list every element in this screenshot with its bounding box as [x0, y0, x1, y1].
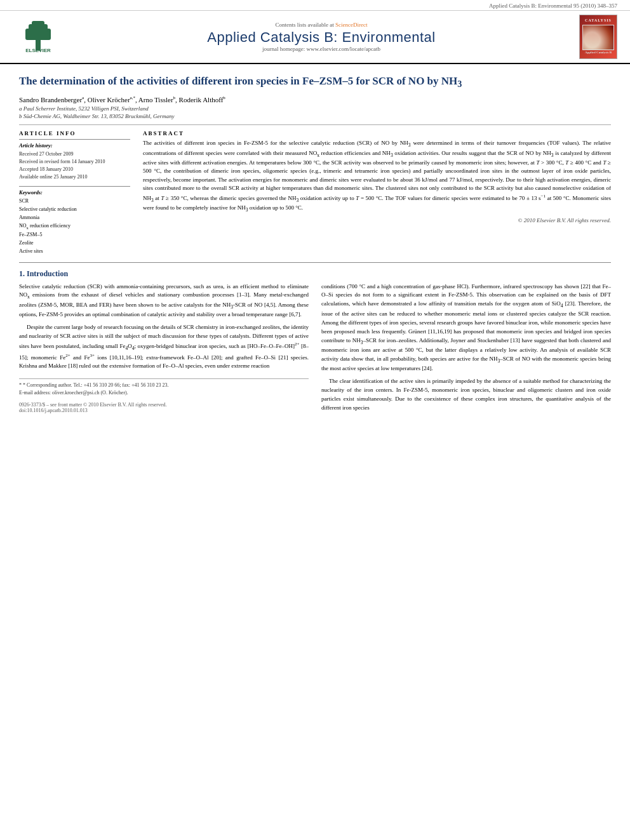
journal-center: Contents lists available at ScienceDirec… [70, 22, 573, 52]
abstract-heading: ABSTRACT [143, 130, 611, 137]
journal-info-bottom: 0926-3373/$ – see front matter © 2010 El… [19, 402, 309, 413]
author-2: Oliver Kröcher [88, 95, 130, 103]
journal-title: Applied Catalysis B: Environmental [70, 29, 573, 46]
contents-line: Contents lists available at ScienceDirec… [70, 22, 573, 28]
intro-left-text: Selective catalytic reduction (SCR) with… [19, 283, 309, 371]
footnote-area: * * Corresponding author. Tel.: +41 56 3… [19, 378, 309, 397]
keyword-2: Selective catalytic reduction [19, 206, 130, 214]
svg-text:ELSEVIER: ELSEVIER [25, 48, 51, 53]
article-info-heading: ARTICLE INFO [19, 130, 130, 137]
abstract-text: The activities of different iron species… [143, 139, 611, 213]
available-date: Available online 25 January 2010 [19, 173, 130, 181]
author-1: Sandro Brandenberger [19, 95, 82, 103]
journal-issn: 0926-3373/$ – see front matter © 2010 El… [19, 402, 309, 408]
citation-bar: Applied Catalysis B: Environmental 95 (2… [0, 0, 630, 11]
paper-title: The determination of the activities of d… [19, 74, 611, 90]
journal-homepage: journal homepage: www.elsevier.com/locat… [70, 46, 573, 52]
intro-right-text: conditions (700 °C and a high concentrat… [321, 283, 611, 413]
cover-text: CATALYSIS Applied Catalysis B [581, 17, 615, 56]
affil-2: b Süd-Chemie AG, Waldheimer Str. 13, 830… [19, 113, 611, 119]
keyword-1: SCR [19, 197, 130, 206]
intro-left-col: Selective catalytic reduction (SCR) with… [19, 283, 309, 417]
keyword-5: Fe–ZSM–5 [19, 231, 130, 239]
author-4: Roderik Althoff [179, 95, 224, 103]
info-abstract-columns: ARTICLE INFO Article history: Received 2… [19, 130, 611, 255]
author-3: Arno Tissler [138, 95, 173, 103]
sciencedirect-link[interactable]: ScienceDirect [335, 22, 367, 28]
article-info-column: ARTICLE INFO Article history: Received 2… [19, 130, 130, 255]
intro-columns: Selective catalytic reduction (SCR) with… [19, 283, 611, 417]
affil-1: a Paul Scherrer Institute, 5232 Villigen… [19, 105, 611, 112]
journal-header: ELSEVIER Contents lists available at Sci… [0, 11, 630, 64]
history-label: Article history: [19, 142, 130, 149]
elsevier-logo: ELSEVIER [13, 19, 64, 55]
keyword-4: NOx reduction efficiency [19, 222, 130, 231]
keyword-7: Active sites [19, 248, 130, 256]
article-history-block: Article history: Received 27 October 200… [19, 139, 130, 181]
citation-text: Applied Catalysis B: Environmental 95 (2… [489, 3, 617, 9]
svg-rect-4 [32, 21, 44, 27]
received-date: Received 27 October 2009 [19, 150, 130, 158]
abstract-column: ABSTRACT The activities of different iro… [143, 130, 611, 255]
revised-date: Received in revised form 14 January 2010 [19, 158, 130, 166]
keywords-label: Keywords: [19, 189, 130, 196]
keyword-6: Zeolite [19, 239, 130, 248]
section-divider [19, 262, 611, 263]
doi-line: doi:10.1016/j.apcatb.2010.01.013 [19, 408, 309, 413]
email-note: E-mail address: oliver.kroecher@psi.ch (… [19, 389, 309, 397]
intro-right-col: conditions (700 °C and a high concentrat… [321, 283, 611, 417]
journal-cover: CATALYSIS Applied Catalysis B [579, 15, 617, 59]
copyright-line: © 2010 Elsevier B.V. All rights reserved… [143, 217, 611, 223]
paper-body: The determination of the activities of d… [0, 64, 630, 429]
keyword-3: Ammonia [19, 214, 130, 222]
accepted-date: Accepted 18 January 2010 [19, 166, 130, 173]
authors-line: Sandro Brandenbergera, Oliver Kröchera,*… [19, 95, 611, 103]
divider-1 [19, 124, 611, 125]
corresponding-author-note: * * Corresponding author. Tel.: +41 56 3… [19, 382, 309, 389]
keywords-block: Keywords: SCR Selective catalytic reduct… [19, 186, 130, 255]
affiliations: a Paul Scherrer Institute, 5232 Villigen… [19, 105, 611, 119]
intro-section-title: 1. Introduction [19, 269, 611, 279]
